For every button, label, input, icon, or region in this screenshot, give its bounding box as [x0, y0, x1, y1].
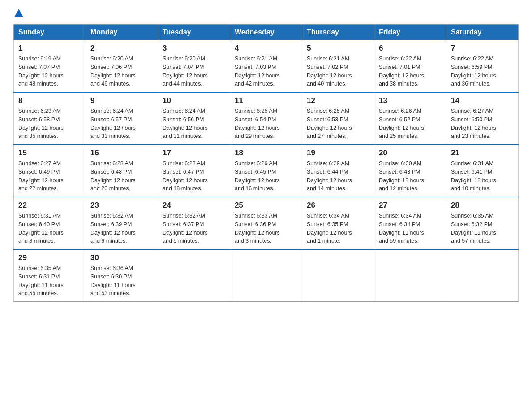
day-number: 9 — [90, 96, 153, 105]
day-number: 11 — [235, 96, 297, 105]
sunset-row: Sunset: 6:48 PM — [90, 169, 132, 175]
daylight-row1: Daylight: 12 hours — [307, 230, 352, 236]
daylight-row2: and 1 minute. — [307, 238, 341, 244]
day-number: 7 — [451, 44, 514, 53]
calendar-day-cell: 23 Sunrise: 6:32 AM Sunset: 6:39 PM Dayl… — [86, 197, 158, 249]
sunset-row: Sunset: 6:56 PM — [163, 116, 204, 123]
daylight-row2: and 20 minutes. — [90, 185, 130, 192]
calendar-header-row: SundayMondayTuesdayWednesdayThursdayFrid… — [14, 25, 519, 40]
day-info: Sunrise: 6:33 AM Sunset: 6:36 PM Dayligh… — [235, 212, 297, 245]
daylight-row1: Daylight: 12 hours — [307, 177, 352, 184]
calendar-day-cell: 13 Sunrise: 6:26 AM Sunset: 6:52 PM Dayl… — [374, 92, 446, 145]
calendar-header-sunday: Sunday — [14, 25, 86, 40]
calendar-day-cell: 25 Sunrise: 6:33 AM Sunset: 6:36 PM Dayl… — [230, 197, 302, 249]
sunset-row: Sunset: 6:57 PM — [90, 116, 132, 123]
day-number: 13 — [379, 96, 442, 105]
calendar-day-cell: 28 Sunrise: 6:35 AM Sunset: 6:32 PM Dayl… — [446, 197, 519, 249]
daylight-row1: Daylight: 12 hours — [307, 125, 352, 131]
daylight-row1: Daylight: 12 hours — [235, 125, 280, 131]
calendar-day-cell: 22 Sunrise: 6:31 AM Sunset: 6:40 PM Dayl… — [14, 197, 86, 249]
daylight-row2: and 6 minutes. — [90, 238, 127, 244]
sunrise-row: Sunrise: 6:35 AM — [451, 213, 493, 219]
day-info: Sunrise: 6:35 AM Sunset: 6:32 PM Dayligh… — [451, 212, 514, 245]
calendar-day-cell: 30 Sunrise: 6:36 AM Sunset: 6:30 PM Dayl… — [86, 249, 158, 302]
day-number: 26 — [307, 201, 369, 210]
day-number: 2 — [90, 44, 153, 53]
day-info: Sunrise: 6:29 AM Sunset: 6:44 PM Dayligh… — [307, 159, 369, 193]
calendar-day-cell: 3 Sunrise: 6:20 AM Sunset: 7:04 PM Dayli… — [158, 40, 230, 93]
sunrise-row: Sunrise: 6:30 AM — [379, 160, 421, 167]
day-info: Sunrise: 6:20 AM Sunset: 7:06 PM Dayligh… — [90, 55, 153, 88]
day-number: 25 — [235, 201, 297, 210]
daylight-row2: and 55 minutes. — [18, 290, 58, 296]
calendar-day-cell: 2 Sunrise: 6:20 AM Sunset: 7:06 PM Dayli… — [86, 40, 158, 93]
sunrise-row: Sunrise: 6:23 AM — [18, 108, 61, 114]
daylight-row2: and 22 minutes. — [18, 185, 58, 192]
daylight-row1: Daylight: 12 hours — [163, 73, 208, 79]
daylight-row2: and 38 minutes. — [379, 81, 419, 87]
calendar-header-monday: Monday — [86, 25, 158, 40]
day-number: 4 — [235, 44, 297, 53]
daylight-row1: Daylight: 12 hours — [379, 125, 424, 131]
calendar-day-cell: 10 Sunrise: 6:24 AM Sunset: 6:56 PM Dayl… — [158, 92, 230, 145]
daylight-row1: Daylight: 12 hours — [451, 177, 496, 184]
daylight-row2: and 27 minutes. — [307, 133, 347, 139]
daylight-row1: Daylight: 12 hours — [90, 73, 136, 79]
sunset-row: Sunset: 6:44 PM — [307, 169, 348, 175]
day-number: 16 — [90, 149, 153, 158]
sunset-row: Sunset: 7:01 PM — [379, 64, 420, 70]
sunset-row: Sunset: 7:03 PM — [235, 64, 276, 70]
daylight-row2: and 31 minutes. — [163, 133, 202, 139]
sunrise-row: Sunrise: 6:25 AM — [307, 108, 349, 114]
day-info: Sunrise: 6:32 AM Sunset: 6:37 PM Dayligh… — [163, 212, 225, 245]
sunset-row: Sunset: 6:32 PM — [451, 221, 492, 227]
day-number: 12 — [307, 96, 369, 105]
sunset-row: Sunset: 6:40 PM — [18, 221, 60, 227]
sunset-row: Sunset: 7:04 PM — [163, 64, 204, 70]
daylight-row1: Daylight: 12 hours — [163, 125, 208, 131]
sunset-row: Sunset: 6:31 PM — [18, 274, 60, 280]
daylight-row2: and 44 minutes. — [163, 81, 202, 87]
day-number: 30 — [90, 253, 153, 262]
sunset-row: Sunset: 6:30 PM — [90, 274, 132, 280]
sunrise-row: Sunrise: 6:32 AM — [90, 213, 133, 219]
day-info: Sunrise: 6:34 AM Sunset: 6:34 PM Dayligh… — [379, 212, 442, 245]
sunrise-row: Sunrise: 6:34 AM — [379, 213, 421, 219]
calendar-day-cell — [302, 249, 374, 302]
calendar-day-cell: 11 Sunrise: 6:25 AM Sunset: 6:54 PM Dayl… — [230, 92, 302, 145]
sunrise-row: Sunrise: 6:29 AM — [235, 160, 277, 167]
daylight-row2: and 18 minutes. — [163, 185, 202, 192]
daylight-row1: Daylight: 12 hours — [18, 230, 64, 236]
day-number: 3 — [163, 44, 225, 53]
daylight-row1: Daylight: 12 hours — [235, 230, 280, 236]
daylight-row1: Daylight: 12 hours — [163, 177, 208, 184]
daylight-row2: and 10 minutes. — [451, 185, 491, 192]
day-info: Sunrise: 6:29 AM Sunset: 6:45 PM Dayligh… — [235, 159, 297, 193]
calendar-day-cell — [374, 249, 446, 302]
daylight-row1: Daylight: 11 hours — [451, 230, 496, 236]
daylight-row1: Daylight: 11 hours — [18, 282, 64, 288]
day-number: 6 — [379, 44, 442, 53]
calendar-day-cell: 29 Sunrise: 6:35 AM Sunset: 6:31 PM Dayl… — [14, 249, 86, 302]
calendar-header-wednesday: Wednesday — [230, 25, 302, 40]
sunset-row: Sunset: 7:07 PM — [18, 64, 60, 70]
sunrise-row: Sunrise: 6:34 AM — [307, 213, 349, 219]
daylight-row2: and 33 minutes. — [90, 133, 130, 139]
sunset-row: Sunset: 6:47 PM — [163, 169, 204, 175]
calendar-day-cell: 8 Sunrise: 6:23 AM Sunset: 6:58 PM Dayli… — [14, 92, 86, 145]
sunrise-row: Sunrise: 6:28 AM — [90, 160, 133, 167]
daylight-row2: and 59 minutes. — [379, 238, 419, 244]
calendar-header-tuesday: Tuesday — [158, 25, 230, 40]
day-info: Sunrise: 6:36 AM Sunset: 6:30 PM Dayligh… — [90, 264, 153, 298]
daylight-row1: Daylight: 12 hours — [90, 230, 136, 236]
daylight-row1: Daylight: 12 hours — [235, 177, 280, 184]
calendar-header-friday: Friday — [374, 25, 446, 40]
calendar-day-cell: 20 Sunrise: 6:30 AM Sunset: 6:43 PM Dayl… — [374, 145, 446, 197]
daylight-row1: Daylight: 12 hours — [307, 73, 352, 79]
day-number: 8 — [18, 96, 81, 105]
calendar-day-cell: 17 Sunrise: 6:28 AM Sunset: 6:47 PM Dayl… — [158, 145, 230, 197]
sunset-row: Sunset: 6:43 PM — [379, 169, 420, 175]
daylight-row1: Daylight: 12 hours — [451, 125, 496, 131]
day-number: 14 — [451, 96, 514, 105]
sunrise-row: Sunrise: 6:27 AM — [451, 108, 493, 114]
